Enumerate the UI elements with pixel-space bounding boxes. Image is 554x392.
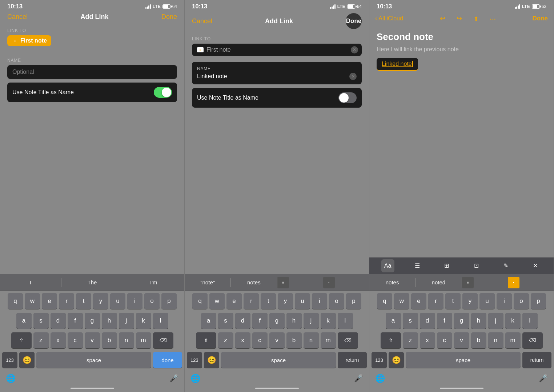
done-button-1[interactable]: Done bbox=[161, 13, 177, 21]
key-done[interactable]: done bbox=[153, 352, 182, 368]
toggle-switch-2[interactable] bbox=[338, 92, 357, 103]
key-q2[interactable]: q bbox=[192, 293, 208, 309]
key-x3[interactable]: x bbox=[420, 332, 435, 348]
key-emoji2[interactable]: 😊 bbox=[204, 352, 219, 368]
suggestion-the[interactable]: The bbox=[61, 278, 123, 287]
key-f2[interactable]: f bbox=[252, 313, 268, 329]
key-c3[interactable]: c bbox=[437, 332, 452, 348]
key-p3[interactable]: p bbox=[531, 293, 546, 309]
key-p[interactable]: p bbox=[161, 293, 177, 309]
key-t2[interactable]: t bbox=[261, 293, 276, 309]
key-1233[interactable]: 123 bbox=[372, 352, 387, 368]
toggle-switch-1[interactable] bbox=[154, 87, 172, 98]
toggle-row-2[interactable]: Use Note Title as Name bbox=[192, 88, 362, 108]
mic-icon-3[interactable]: 🎤 bbox=[539, 374, 548, 383]
key-o3[interactable]: o bbox=[514, 293, 529, 309]
key-j3[interactable]: j bbox=[488, 313, 503, 329]
key-delete3[interactable]: ⌫ bbox=[522, 332, 543, 348]
key-w2[interactable]: w bbox=[209, 293, 225, 309]
key-t[interactable]: t bbox=[76, 293, 91, 309]
key-delete[interactable]: ⌫ bbox=[153, 332, 173, 348]
key-h2[interactable]: h bbox=[286, 313, 302, 329]
key-d3[interactable]: d bbox=[420, 313, 435, 329]
key-d2[interactable]: d bbox=[235, 313, 250, 329]
key-e3[interactable]: e bbox=[411, 293, 426, 309]
key-a[interactable]: a bbox=[16, 313, 32, 329]
key-i3[interactable]: i bbox=[497, 293, 512, 309]
redo-icon[interactable]: ↪ bbox=[454, 13, 465, 24]
toolbar-list-btn[interactable]: ☰ bbox=[411, 259, 424, 272]
undo-icon[interactable]: ↩ bbox=[437, 13, 448, 24]
key-i[interactable]: i bbox=[127, 293, 142, 309]
key-r2[interactable]: r bbox=[244, 293, 259, 309]
key-g3[interactable]: g bbox=[454, 313, 469, 329]
globe-icon-1[interactable]: 🌐 bbox=[6, 374, 16, 383]
key-k2[interactable]: k bbox=[321, 313, 336, 329]
link-to-pill-1[interactable]: ≡ First note bbox=[7, 35, 51, 46]
key-return2[interactable]: return bbox=[338, 352, 367, 368]
key-s2[interactable]: s bbox=[218, 313, 233, 329]
key-n3[interactable]: n bbox=[488, 332, 503, 348]
key-t3[interactable]: t bbox=[445, 293, 461, 309]
name-input-1[interactable]: Optional bbox=[7, 65, 177, 79]
key-u2[interactable]: u bbox=[295, 293, 310, 309]
key-space2[interactable]: space bbox=[221, 352, 336, 368]
key-b3[interactable]: b bbox=[471, 332, 486, 348]
key-z3[interactable]: z bbox=[403, 332, 418, 348]
key-space[interactable]: space bbox=[36, 352, 151, 368]
toolbar-camera-btn[interactable]: ⊡ bbox=[470, 259, 483, 272]
key-shift3[interactable]: ⇧ bbox=[381, 332, 401, 348]
key-space3[interactable]: space bbox=[406, 352, 521, 368]
key-m[interactable]: m bbox=[136, 332, 151, 348]
key-x[interactable]: x bbox=[51, 332, 66, 348]
key-l[interactable]: l bbox=[153, 313, 168, 329]
suggestion-i[interactable]: I bbox=[0, 278, 61, 287]
suggestion-notes-3[interactable]: notes bbox=[369, 278, 415, 287]
key-u3[interactable]: u bbox=[479, 293, 495, 309]
key-emoji[interactable]: 😊 bbox=[19, 352, 35, 368]
suggestion-note-quoted[interactable]: "note" bbox=[185, 278, 230, 287]
key-j[interactable]: j bbox=[119, 313, 134, 329]
key-a2[interactable]: a bbox=[201, 313, 216, 329]
key-x2[interactable]: x bbox=[235, 332, 250, 348]
key-g2[interactable]: g bbox=[269, 313, 285, 329]
linked-note-badge[interactable]: Linked note bbox=[377, 58, 418, 71]
toolbar-table-btn[interactable]: ⊞ bbox=[440, 259, 453, 272]
key-e2[interactable]: e bbox=[226, 293, 242, 309]
key-j2[interactable]: j bbox=[304, 313, 319, 329]
key-emoji3[interactable]: 😊 bbox=[389, 352, 404, 368]
key-v2[interactable]: v bbox=[269, 332, 285, 348]
key-h3[interactable]: h bbox=[471, 313, 486, 329]
key-z[interactable]: z bbox=[33, 332, 49, 348]
back-button[interactable]: ‹ All iCloud bbox=[375, 15, 403, 22]
key-s3[interactable]: s bbox=[403, 313, 418, 329]
key-m3[interactable]: m bbox=[505, 332, 521, 348]
globe-icon-2[interactable]: 🌐 bbox=[190, 374, 200, 383]
key-y3[interactable]: y bbox=[462, 293, 478, 309]
globe-icon-3[interactable]: 🌐 bbox=[375, 374, 385, 383]
key-y[interactable]: y bbox=[93, 293, 108, 309]
key-q3[interactable]: q bbox=[377, 293, 392, 309]
toolbar-aa-btn[interactable]: Aa bbox=[381, 259, 394, 272]
key-123[interactable]: 123 bbox=[2, 352, 17, 368]
key-z2[interactable]: z bbox=[218, 332, 233, 348]
mic-icon-1[interactable]: 🎤 bbox=[169, 374, 178, 383]
key-y2[interactable]: y bbox=[278, 293, 293, 309]
cancel-button-2[interactable]: Cancel bbox=[192, 17, 212, 25]
key-v[interactable]: v bbox=[85, 332, 100, 348]
key-l3[interactable]: l bbox=[522, 313, 538, 329]
key-n[interactable]: n bbox=[119, 332, 134, 348]
mic-icon-2[interactable]: 🎤 bbox=[354, 374, 363, 383]
key-c2[interactable]: c bbox=[252, 332, 268, 348]
key-s[interactable]: s bbox=[33, 313, 49, 329]
clear-link-btn-2[interactable]: ✕ bbox=[351, 46, 358, 53]
key-f[interactable]: f bbox=[68, 313, 83, 329]
key-n2[interactable]: n bbox=[304, 332, 319, 348]
key-shift2[interactable]: ⇧ bbox=[196, 332, 216, 348]
key-w3[interactable]: w bbox=[394, 293, 409, 309]
clear-name-btn-2[interactable]: ✕ bbox=[349, 73, 357, 80]
name-input-area-2[interactable]: NAME Linked note ✕ bbox=[192, 62, 362, 84]
key-c[interactable]: c bbox=[68, 332, 83, 348]
cancel-button-1[interactable]: Cancel bbox=[7, 13, 28, 21]
suggestion-notes-2[interactable]: notes bbox=[231, 278, 277, 287]
